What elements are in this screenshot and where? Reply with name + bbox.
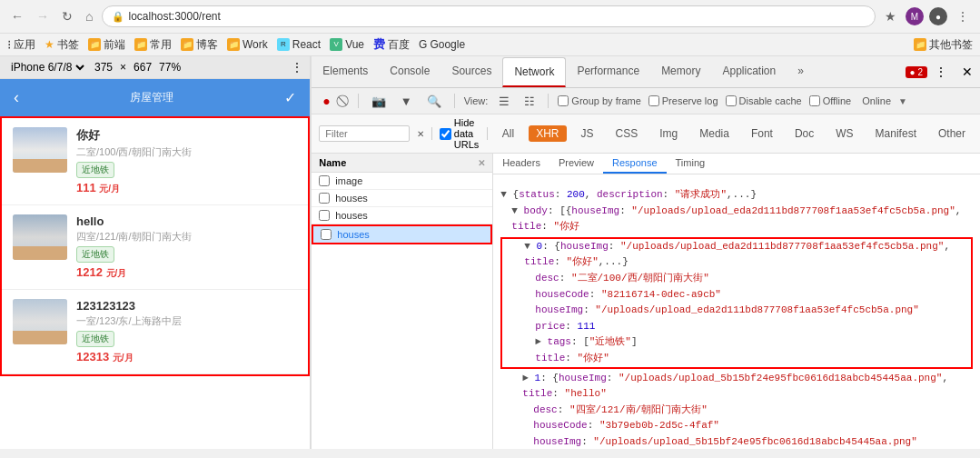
net-tab-font[interactable]: Font	[744, 125, 780, 142]
main-area: iPhone 6/7/8 375 × 667 77% ⋮ ‹ 房屋管理 ✓	[0, 56, 980, 449]
json-status-line: ▼ {status: 200, description: "请求成功",...}	[500, 187, 973, 204]
close-icon[interactable]: ✕	[478, 158, 485, 168]
response-area: Headers Preview Response Timing ▼ {statu…	[493, 154, 980, 449]
devtools-menu[interactable]: ⋮	[927, 61, 955, 83]
device-select[interactable]: iPhone 6/7/8	[7, 60, 87, 75]
bookmark-frontend[interactable]: 📁 前端	[88, 37, 125, 53]
hide-data-urls-label: Hide data URLs	[440, 117, 480, 150]
bookmark-react[interactable]: R React	[277, 38, 321, 51]
app-header-title: 房屋管理	[130, 90, 173, 105]
house-desc-2: 四室/121/南/朝阳门南大街	[76, 230, 297, 244]
bookmark-vue[interactable]: V Vue	[330, 38, 364, 51]
json-body-line: ▼ body: [{houseImg: "/uploads/upload_eda…	[500, 204, 973, 235]
back-button[interactable]: ←	[7, 7, 27, 25]
house-info-2: hello 四室/121/南/朝阳门南大街 近地铁 1212 元/月	[76, 214, 297, 280]
tab-memory[interactable]: Memory	[650, 57, 711, 86]
forward-button[interactable]: →	[33, 7, 53, 25]
extension-icon-1[interactable]: M	[906, 7, 924, 25]
net-tab-other[interactable]: Other	[931, 125, 973, 142]
request-name-image: image	[335, 175, 485, 186]
house-price-1: 111 元/月	[76, 181, 297, 195]
tab-network[interactable]: Network	[502, 57, 566, 87]
check-icon[interactable]: ✓	[284, 89, 296, 106]
hide-data-urls-checkbox[interactable]	[440, 128, 451, 140]
bookmark-common[interactable]: 📁 常用	[134, 37, 172, 53]
view-list-button[interactable]: ☰	[495, 93, 513, 110]
request-checkbox-image[interactable]	[319, 175, 330, 186]
back-icon[interactable]: ‹	[14, 88, 19, 107]
tab-application[interactable]: Application	[711, 57, 787, 86]
net-tab-img[interactable]: Img	[652, 125, 685, 142]
filter-input[interactable]	[319, 125, 410, 142]
menu-button[interactable]: ⋮	[953, 7, 973, 25]
filter-button[interactable]: ▼	[397, 93, 416, 110]
group-by-frame-label: Group by frame	[558, 95, 640, 106]
disable-cache-checkbox[interactable]	[726, 95, 737, 106]
devtools-toolbar: ● ⃠ 📷 ▼ 🔍 View: ☰ ☷ Group by frame Prese…	[312, 88, 980, 114]
bookmark-other[interactable]: 📁 其他书签	[914, 37, 973, 53]
bookmark-blog[interactable]: 📁 博客	[181, 37, 218, 53]
mobile-frame: ‹ 房屋管理 ✓ 你好 二室/100/西/朝阳门南大街 近地铁 111	[0, 79, 310, 449]
bookmark-work[interactable]: 📁 Work	[227, 38, 268, 51]
preserve-log-checkbox[interactable]	[648, 95, 659, 106]
request-item-houses-3[interactable]: houses	[312, 224, 492, 244]
house-item-2: hello 四室/121/南/朝阳门南大街 近地铁 1212 元/月	[2, 205, 308, 290]
house-thumb-1	[13, 127, 67, 173]
net-tab-manifest[interactable]: Manifest	[868, 125, 924, 142]
json-item-0-houseCode: houseCode: "82116714-0dec-a9cb"	[502, 287, 971, 304]
request-checkbox-houses-3[interactable]	[321, 229, 332, 240]
group-by-frame-checkbox[interactable]	[558, 95, 569, 106]
offline-checkbox[interactable]	[809, 95, 820, 106]
request-item-houses-1[interactable]: houses	[312, 190, 492, 207]
resp-tab-response[interactable]: Response	[603, 154, 667, 174]
dropdown-arrow[interactable]: ▼	[898, 96, 907, 106]
disable-cache-label: Disable cache	[726, 95, 802, 106]
bookmark-bookmarks[interactable]: ★ 书签	[45, 37, 79, 53]
close-filter[interactable]: ✕	[417, 129, 424, 139]
request-checkbox-houses-2[interactable]	[319, 210, 330, 221]
house-title-2: hello	[76, 214, 297, 228]
stop-button[interactable]: ⃠	[342, 92, 349, 110]
response-panel: ▼ {status: 200, description: "请求成功",...}…	[493, 180, 980, 449]
net-tab-js[interactable]: JS	[574, 125, 601, 142]
devtools-close[interactable]: ✕	[955, 61, 980, 83]
record-button[interactable]: ●	[319, 92, 333, 110]
tab-console[interactable]: Console	[379, 57, 441, 86]
net-tab-all[interactable]: All	[495, 125, 521, 142]
tab-sources[interactable]: Sources	[441, 57, 502, 86]
tab-more[interactable]: »	[787, 57, 815, 86]
view-grid-button[interactable]: ☷	[520, 93, 539, 110]
reload-button[interactable]: ↻	[58, 7, 76, 25]
net-tab-xhr[interactable]: XHR	[529, 125, 566, 142]
star-button[interactable]: ★	[881, 7, 900, 25]
json-item-1-houseCode: houseCode: "3b79eb0b-2d5c-4faf"	[500, 418, 973, 434]
response-tabs: Headers Preview Response Timing	[493, 154, 980, 174]
tab-elements[interactable]: Elements	[312, 57, 379, 86]
resp-tab-headers[interactable]: Headers	[493, 154, 549, 174]
home-button[interactable]: ⌂	[82, 7, 96, 25]
online-label: Online	[862, 95, 891, 106]
net-tab-css[interactable]: CSS	[609, 125, 646, 142]
url-bar[interactable]: 🔒 localhost:3000/rent	[102, 5, 876, 27]
request-item-image[interactable]: image	[312, 173, 492, 190]
resp-tab-timing[interactable]: Timing	[667, 154, 715, 174]
profile-icon[interactable]: ●	[929, 7, 947, 25]
mobile-panel: iPhone 6/7/8 375 × 667 77% ⋮ ‹ 房屋管理 ✓	[0, 56, 311, 449]
bookmark-baidu[interactable]: 费 百度	[373, 36, 410, 53]
more-icon[interactable]: ⋮	[292, 61, 302, 74]
bookmark-google[interactable]: G Google	[419, 38, 465, 51]
request-checkbox-houses-1[interactable]	[319, 193, 330, 204]
request-item-houses-2[interactable]: houses	[312, 207, 492, 224]
bookmark-apps[interactable]: ⁝ 应用	[7, 37, 35, 53]
search-button[interactable]: 🔍	[423, 93, 445, 110]
house-desc-1: 二室/100/西/朝阳门南大街	[76, 145, 297, 159]
net-tab-media[interactable]: Media	[692, 125, 737, 142]
json-content: ▼ {status: 200, description: "请求成功",...}…	[500, 187, 973, 449]
net-tab-doc[interactable]: Doc	[787, 125, 821, 142]
house-item-3: 123123123 一室/123/东/上海路中层 近地铁 12313 元/月	[2, 290, 308, 374]
resp-tab-preview[interactable]: Preview	[549, 154, 603, 174]
house-tag-1: 近地铁	[76, 162, 114, 178]
tab-performance[interactable]: Performance	[566, 57, 650, 86]
camera-button[interactable]: 📷	[368, 93, 390, 110]
net-tab-ws[interactable]: WS	[828, 125, 860, 142]
